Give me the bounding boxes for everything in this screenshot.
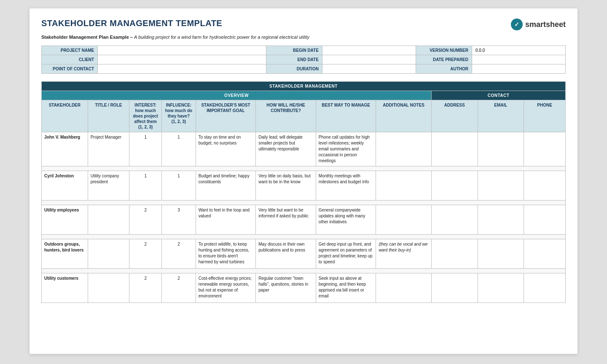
col-header-stakeholder: STAKEHOLDER [42,100,88,132]
page-header: STAKEHOLDER MANAGEMENT TEMPLATE ✓ smarts… [41,19,566,30]
cell-title-role[interactable] [88,239,129,269]
cell-stakeholder[interactable]: Utility employees [42,205,88,235]
label-project-name: PROJECT NAME [42,46,98,55]
cell-notes[interactable] [376,132,432,166]
cell-manage[interactable]: Seek input as above at beginning, and th… [316,273,376,303]
cell-stakeholder[interactable]: Cyril Johnston [42,171,88,201]
info-table: PROJECT NAME BEGIN DATE VERSION NUMBER 0… [41,46,566,74]
value-duration[interactable] [322,64,416,74]
page-title: STAKEHOLDER MANAGEMENT TEMPLATE [41,19,222,28]
cell-address[interactable] [431,205,478,235]
cell-influence[interactable]: 3 [162,205,196,235]
table-row: Outdoors groups, hunters, bird lovers22T… [42,239,566,269]
cell-interest[interactable]: 2 [129,273,162,303]
cell-address[interactable] [431,239,478,269]
cell-phone[interactable] [524,205,566,235]
cell-title-role[interactable] [88,205,129,235]
value-begin-date[interactable] [322,46,416,55]
label-begin-date: BEGIN DATE [266,46,322,55]
cell-goal[interactable]: Cost-effective energy prices; renewable … [196,273,256,303]
cell-address[interactable] [431,171,478,201]
cell-contribute[interactable]: May discuss in their own publications an… [256,239,316,269]
col-header-interest: INTEREST:how muchdoes projectaffect them… [129,100,162,132]
cell-interest[interactable]: 1 [129,132,162,166]
value-version-number[interactable]: 0.0.0 [472,46,566,55]
col-header-contribute: HOW WILL HE/SHECONTRIBUTE? [256,100,316,132]
col-header-influence: INFLUENCE:how much dothey have?(1, 2, 3) [162,100,196,132]
label-version-number: VERSION NUMBER [416,46,472,55]
logo-smart: smart [525,20,546,29]
value-date-prepared[interactable] [472,55,566,64]
cell-goal[interactable]: To stay on time and on budget; no surpri… [196,132,256,166]
info-row-1: PROJECT NAME BEGIN DATE VERSION NUMBER 0… [42,46,566,55]
value-project-name[interactable] [98,46,266,55]
cell-notes[interactable] [376,171,432,201]
label-author: AUTHOR [416,64,472,74]
cell-notes[interactable]: (they can be vocal and we want their buy… [376,239,432,269]
cell-manage[interactable]: Monthly meetings with milestones and bud… [316,171,376,201]
col-header-address: ADDRESS [431,100,478,132]
cell-phone[interactable] [524,171,566,201]
cell-stakeholder[interactable]: John V. Mashberg [42,132,88,166]
cell-email[interactable] [478,205,524,235]
cell-interest[interactable]: 1 [129,171,162,201]
row-spacer [42,269,566,273]
cell-influence[interactable]: 1 [162,132,196,166]
cell-email[interactable] [478,239,524,269]
table-row: John V. MashbergProject Manager11To stay… [42,132,566,166]
cell-contribute[interactable]: Very little but want to be informed if a… [256,205,316,235]
logo-check-icon: ✓ [511,19,523,30]
col-header-email: EMAIL [478,100,524,132]
cell-address[interactable] [431,273,478,303]
cell-interest[interactable]: 2 [129,205,162,235]
subtitle-bold: Stakeholder Management Plan Example – [41,35,133,40]
section-overview-header: OVERVIEW [42,91,432,100]
value-end-date[interactable] [322,55,416,64]
cell-phone[interactable] [524,239,566,269]
cell-title-role[interactable]: Utility company president [88,171,129,201]
row-spacer [42,235,566,239]
cell-notes[interactable] [376,273,432,303]
cell-stakeholder[interactable]: Outdoors groups, hunters, bird lovers [42,239,88,269]
value-author[interactable] [472,64,566,74]
cell-manage[interactable]: Phone call updates for high level milest… [316,132,376,166]
table-row: Utility employees23Want to feel in the l… [42,205,566,235]
cell-manage[interactable]: Get deep input up front, and agreement o… [316,239,376,269]
cell-goal[interactable]: Want to feel in the loop and valued [196,205,256,235]
cell-phone[interactable] [524,273,566,303]
cell-address[interactable] [431,132,478,166]
table-row: Utility customers22Cost-effective energy… [42,273,566,303]
row-spacer [42,201,566,205]
cell-email[interactable] [478,171,524,201]
cell-goal[interactable]: To protect wildlife, to keep hunting and… [196,239,256,269]
value-client[interactable] [98,55,266,64]
cell-phone[interactable] [524,132,566,166]
cell-contribute[interactable]: Very little on daily basis, but want to … [256,171,316,201]
cell-title-role[interactable] [88,273,129,303]
cell-contribute[interactable]: Daily lead; will delegate smaller projec… [256,132,316,166]
cell-influence[interactable]: 2 [162,239,196,269]
cell-title-role[interactable]: Project Manager [88,132,129,166]
value-point-of-contact[interactable] [98,64,266,74]
cell-stakeholder[interactable]: Utility customers [42,273,88,303]
cell-contribute[interactable]: Regular customer "town halls", questions… [256,273,316,303]
cell-influence[interactable]: 1 [162,171,196,201]
col-header-notes: ADDITIONAL NOTES [376,100,432,132]
cell-notes[interactable] [376,205,432,235]
cell-manage[interactable]: General companywide updates along with m… [316,205,376,235]
cell-email[interactable] [478,273,524,303]
cell-interest[interactable]: 2 [129,239,162,269]
label-client: CLIENT [42,55,98,64]
subtitle: Stakeholder Management Plan Example – A … [41,35,566,40]
stakeholder-table: STAKEHOLDER MANAGEMENT OVERVIEW CONTACT … [41,81,566,303]
row-spacer [42,166,566,171]
cell-email[interactable] [478,132,524,166]
col-header-goal: STAKEHOLDER'S MOSTIMPORTANT GOAL [196,100,256,132]
page: STAKEHOLDER MANAGEMENT TEMPLATE ✓ smarts… [30,8,577,354]
cell-goal[interactable]: Budget and timeline; happy constituents [196,171,256,201]
section-contact-header: CONTACT [431,91,565,100]
cell-influence[interactable]: 2 [162,273,196,303]
col-header-title-role: TITLE / ROLE [88,100,129,132]
label-end-date: END DATE [266,55,322,64]
table-row: Cyril JohnstonUtility company president1… [42,171,566,201]
